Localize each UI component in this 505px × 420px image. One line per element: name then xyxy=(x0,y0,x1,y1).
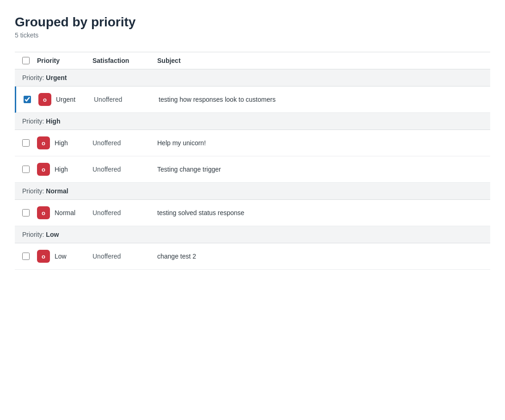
priority-cell: o Normal xyxy=(37,206,92,219)
priority-icon: o xyxy=(37,206,50,219)
priority-column-header: Priority xyxy=(37,57,92,64)
satisfaction-cell: Unoffered xyxy=(94,96,159,103)
priority-icon: o xyxy=(37,250,50,263)
row-checkbox-cell[interactable] xyxy=(16,96,38,103)
priority-cell: o Low xyxy=(37,250,92,263)
priority-icon: o xyxy=(38,93,51,106)
satisfaction-cell: Unoffered xyxy=(92,209,157,216)
subject-cell: Help my unicorn! xyxy=(157,139,490,147)
row-checkbox-cell[interactable] xyxy=(15,209,37,216)
subject-cell: change test 2 xyxy=(157,253,490,260)
priority-value: Urgent xyxy=(56,96,75,103)
satisfaction-column-header: Satisfaction xyxy=(92,57,157,64)
row-checkbox[interactable] xyxy=(22,253,30,260)
priority-icon: o xyxy=(37,163,50,176)
satisfaction-cell: Unoffered xyxy=(92,166,157,173)
row-checkbox[interactable] xyxy=(22,139,30,147)
page-container: Grouped by priority 5 tickets Priority S… xyxy=(0,0,505,284)
table-row[interactable]: o High Unoffered Help my unicorn! xyxy=(15,130,490,156)
priority-value: Normal xyxy=(55,209,75,216)
priority-value: High xyxy=(55,139,68,147)
satisfaction-cell: Unoffered xyxy=(92,139,157,147)
priority-cell: o High xyxy=(37,163,92,176)
group-header-urgent: Priority: Urgent xyxy=(15,69,490,86)
subject-cell: Testing change trigger xyxy=(157,166,490,173)
group-header-high: Priority: High xyxy=(15,113,490,130)
row-checkbox[interactable] xyxy=(24,96,31,103)
priority-value: High xyxy=(55,166,68,173)
table-row[interactable]: o Urgent Unoffered testing how responses… xyxy=(15,86,490,113)
priority-cell: o High xyxy=(37,136,92,149)
tickets-table: Priority Satisfaction Subject Priority: … xyxy=(15,52,490,270)
subject-column-header: Subject xyxy=(157,57,490,64)
row-checkbox-cell[interactable] xyxy=(15,139,37,147)
priority-icon: o xyxy=(37,136,50,149)
group-header-low: Priority: Low xyxy=(15,226,490,243)
priority-value: Low xyxy=(55,253,67,260)
page-subtitle: 5 tickets xyxy=(15,31,490,39)
table-row[interactable]: o High Unoffered Testing change trigger xyxy=(15,156,490,183)
satisfaction-cell: Unoffered xyxy=(92,253,157,260)
page-title: Grouped by priority xyxy=(15,15,490,30)
select-all-checkbox[interactable] xyxy=(22,57,30,64)
row-checkbox-cell[interactable] xyxy=(15,166,37,173)
subject-cell: testing how responses look to customers xyxy=(159,96,490,103)
row-checkbox-cell[interactable] xyxy=(15,253,37,260)
row-checkbox[interactable] xyxy=(22,209,30,216)
table-body: Priority: Urgent o Urgent Unoffered test… xyxy=(15,69,490,270)
row-checkbox[interactable] xyxy=(22,166,30,173)
table-row[interactable]: o Low Unoffered change test 2 xyxy=(15,243,490,270)
table-header: Priority Satisfaction Subject xyxy=(15,52,490,69)
table-row[interactable]: o Normal Unoffered testing solved status… xyxy=(15,200,490,226)
group-header-normal: Priority: Normal xyxy=(15,183,490,200)
priority-cell: o Urgent xyxy=(38,93,94,106)
subject-cell: testing solved status response xyxy=(157,209,490,216)
header-checkbox-cell[interactable] xyxy=(15,57,37,64)
